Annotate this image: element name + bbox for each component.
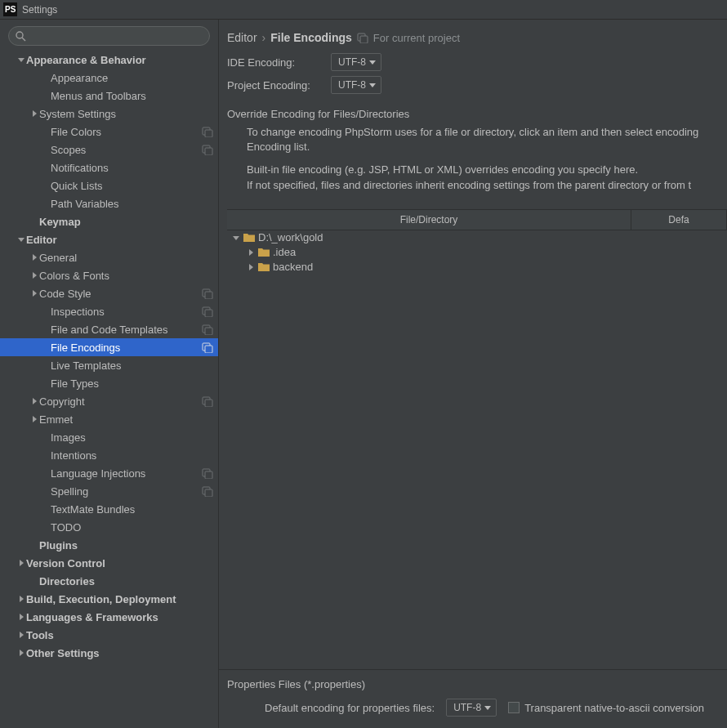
app-icon: PS — [3, 2, 17, 16]
settings-tree-item[interactable]: Build, Execution, Deployment — [0, 590, 218, 608]
settings-tree-item[interactable]: Copyright — [0, 392, 218, 410]
tree-arrow-icon — [29, 254, 39, 261]
tree-item-label: Emmet — [39, 413, 213, 426]
settings-tree-item[interactable]: Notifications — [0, 159, 218, 176]
tree-arrow-icon — [247, 249, 255, 256]
project-scope-icon — [202, 306, 213, 317]
settings-tree-item[interactable]: Directories — [0, 572, 218, 590]
svg-marker-5 — [33, 110, 37, 117]
help-text: To change encoding PhpStorm uses for a f… — [219, 125, 727, 208]
settings-tree-item[interactable]: Emmet — [0, 410, 218, 428]
tree-item-label: Notifications — [51, 162, 213, 174]
settings-tree-item[interactable]: Colors & Fonts — [0, 266, 218, 284]
table-row[interactable]: .idea — [227, 245, 727, 260]
svg-rect-21 — [205, 346, 212, 353]
search-field[interactable] — [8, 26, 210, 46]
settings-tree[interactable]: Appearance & BehaviorAppearanceMenus and… — [0, 51, 218, 728]
file-name: D:\_work\gold — [258, 231, 323, 243]
settings-tree-item[interactable]: System Settings — [0, 105, 218, 123]
settings-tree-item[interactable]: Keymap — [0, 212, 218, 230]
tree-arrow-icon — [29, 110, 39, 117]
settings-tree-item[interactable]: TextMate Bundles — [0, 500, 218, 518]
settings-tree-item[interactable]: File Types — [0, 374, 218, 392]
settings-tree-item[interactable]: File Colors — [0, 123, 218, 141]
tree-item-label: Appearance — [51, 72, 213, 84]
breadcrumb-root: Editor — [227, 31, 257, 44]
settings-tree-item[interactable]: Appearance & Behavior — [0, 51, 218, 69]
tree-arrow-icon — [16, 560, 26, 566]
settings-tree-item[interactable]: General — [0, 248, 218, 266]
tree-item-label: Build, Execution, Deployment — [26, 593, 213, 605]
folder-icon — [243, 232, 255, 243]
window-title: Settings — [22, 4, 57, 16]
tree-item-label: Scopes — [51, 144, 202, 156]
tree-arrow-icon — [247, 264, 255, 270]
svg-marker-39 — [233, 236, 239, 240]
settings-tree-item[interactable]: Other Settings — [0, 644, 218, 662]
project-scope-icon — [357, 32, 368, 43]
svg-point-2 — [16, 32, 23, 38]
svg-rect-36 — [360, 36, 368, 43]
settings-tree-item[interactable]: Images — [0, 428, 218, 446]
svg-marker-31 — [20, 596, 24, 602]
project-scope-icon — [202, 342, 213, 353]
project-encoding-dropdown[interactable]: UTF-8 — [331, 76, 381, 94]
table-row[interactable]: backend — [227, 260, 727, 275]
tree-item-label: Keymap — [39, 216, 213, 228]
table-row[interactable]: D:\_work\gold — [227, 230, 727, 245]
ide-encoding-dropdown[interactable]: UTF-8 — [331, 53, 381, 71]
svg-marker-32 — [20, 614, 24, 620]
settings-tree-item[interactable]: Scopes — [0, 141, 218, 159]
table-body[interactable]: D:\_work\gold.ideabackend — [227, 230, 727, 669]
settings-tree-item[interactable]: Appearance — [0, 69, 218, 87]
settings-tree-item[interactable]: Live Templates — [0, 356, 218, 374]
settings-tree-item[interactable]: Inspections — [0, 302, 218, 320]
svg-rect-15 — [205, 292, 212, 299]
tree-item-label: Menus and Toolbars — [51, 90, 213, 102]
settings-tree-item[interactable]: Intentions — [0, 446, 218, 464]
settings-tree-item[interactable]: Languages & Frameworks — [0, 608, 218, 626]
tree-item-label: Directories — [39, 575, 213, 587]
settings-tree-item[interactable]: Code Style — [0, 284, 218, 302]
tree-item-label: File Colors — [51, 126, 202, 138]
svg-marker-11 — [33, 254, 37, 261]
settings-tree-item[interactable]: File and Code Templates — [0, 320, 218, 338]
settings-tree-item[interactable]: Quick Lists — [0, 176, 218, 194]
breadcrumb-sep: › — [262, 31, 266, 44]
file-name: backend — [273, 261, 313, 273]
properties-footer: Properties Files (*.properties) Default … — [219, 669, 727, 728]
settings-tree-item[interactable]: Spelling — [0, 482, 218, 500]
settings-tree-item[interactable]: Plugins — [0, 536, 218, 554]
chevron-down-icon — [369, 59, 376, 65]
svg-marker-40 — [249, 249, 253, 256]
tree-arrow-icon — [29, 416, 39, 422]
help-p2: Built-in file encoding (e.g. JSP, HTML o… — [247, 163, 719, 177]
svg-rect-27 — [205, 471, 212, 479]
settings-tree-item[interactable]: Version Control — [0, 554, 218, 572]
tree-arrow-icon — [16, 614, 26, 620]
tree-item-label: Colors & Fonts — [39, 270, 213, 282]
breadcrumb-leaf: File Encodings — [270, 31, 352, 44]
settings-tree-item[interactable]: Menus and Toolbars — [0, 87, 218, 105]
properties-encoding-dropdown[interactable]: UTF-8 — [446, 699, 497, 717]
project-encoding-value: UTF-8 — [338, 79, 366, 91]
breadcrumb: Editor › File Encodings For current proj… — [219, 20, 727, 51]
svg-marker-37 — [369, 60, 376, 65]
settings-tree-item[interactable]: Tools — [0, 626, 218, 644]
tree-item-label: Intentions — [51, 449, 213, 462]
transparent-checkbox[interactable] — [508, 702, 520, 713]
tree-item-label: System Settings — [39, 108, 213, 120]
settings-tree-item[interactable]: TODO — [0, 518, 218, 536]
project-encoding-label: Project Encoding: — [227, 79, 321, 92]
svg-rect-7 — [205, 130, 212, 137]
settings-tree-item[interactable]: Language Injections — [0, 464, 218, 482]
settings-tree-item[interactable]: Editor — [0, 230, 218, 248]
settings-tree-item[interactable]: File Encodings — [0, 338, 218, 356]
table-col-file[interactable]: File/Directory — [227, 210, 631, 230]
settings-tree-item[interactable]: Path Variables — [0, 194, 218, 212]
search-input[interactable] — [8, 26, 210, 46]
tree-item-label: Languages & Frameworks — [26, 611, 213, 623]
svg-rect-19 — [205, 328, 212, 335]
project-scope-icon — [202, 144, 213, 155]
table-col-default[interactable]: Defa — [631, 210, 727, 230]
